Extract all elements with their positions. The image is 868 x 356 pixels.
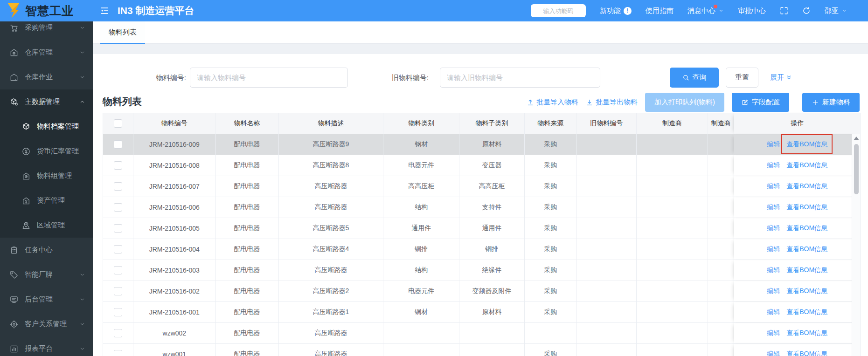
user-guide-menu[interactable]: 使用指南: [646, 7, 674, 15]
new-material-button[interactable]: 新建物料: [802, 93, 860, 112]
old-material-code-input[interactable]: [440, 68, 600, 88]
edit-link[interactable]: 编辑: [767, 224, 780, 233]
bom-annotation-box: 查看BOM信息: [786, 308, 827, 316]
view-bom-link[interactable]: 查看BOM信息: [786, 308, 827, 316]
view-bom-link[interactable]: 查看BOM信息: [786, 224, 827, 233]
row-checkbox[interactable]: [114, 224, 122, 233]
sidebar-item-master-data[interactable]: 主数据管理: [0, 89, 93, 114]
chevron-down-icon: [79, 321, 85, 327]
cell-manufacturer: [637, 323, 708, 343]
material-code-input[interactable]: [190, 68, 348, 88]
sidebar-item-material-group[interactable]: 物料组管理: [0, 164, 93, 188]
row-checkbox[interactable]: [114, 287, 122, 295]
tab-material-list[interactable]: 物料列表: [100, 21, 145, 44]
cell-old-material-code: [577, 302, 637, 322]
cell-material-category: [383, 344, 459, 356]
sidebar-item-report-platform[interactable]: 报表平台: [0, 336, 93, 356]
row-checkbox[interactable]: [114, 266, 122, 274]
cell-material-code: JRM-210516-006: [133, 197, 216, 218]
edit-link[interactable]: 编辑: [767, 350, 780, 356]
sidebar-collapse-icon[interactable]: [100, 6, 109, 15]
reset-button[interactable]: 重置: [726, 68, 758, 88]
sidebar-item-warehouse-ops[interactable]: 仓库作业: [0, 65, 93, 89]
cell-manufacturer: [637, 260, 708, 281]
fullscreen-icon[interactable]: [780, 7, 788, 15]
tag-icon: [9, 270, 19, 280]
cell-old-material-code: [577, 344, 637, 356]
cell-material-source: 采购: [525, 281, 577, 301]
row-checkbox[interactable]: [114, 245, 122, 253]
edit-link[interactable]: 编辑: [767, 161, 780, 170]
edit-link[interactable]: 编辑: [767, 182, 780, 191]
sidebar-item-smart-badge[interactable]: 智能厂牌: [0, 262, 93, 287]
sidebar-item-task-center[interactable]: 任务中心: [0, 238, 93, 262]
row-checkbox[interactable]: [114, 308, 122, 316]
view-bom-link[interactable]: 查看BOM信息: [786, 140, 827, 149]
cell-material-category: 结构: [383, 197, 459, 218]
cell-material-name: 配电电器: [216, 239, 279, 260]
row-checkbox[interactable]: [114, 329, 122, 337]
approval-center-menu[interactable]: 审批中心: [738, 7, 766, 15]
table-row: JRM-210516-006 配电电器 高压断路器 结构 支持件 采购 编辑 查…: [103, 197, 860, 218]
view-bom-link[interactable]: 查看BOM信息: [786, 245, 827, 253]
refresh-icon[interactable]: [802, 7, 811, 15]
scrollbar-thumb[interactable]: [854, 144, 859, 194]
view-bom-link[interactable]: 查看BOM信息: [786, 329, 827, 337]
app-title: IN3 制造运营平台: [118, 4, 194, 17]
chevron-down-icon: [841, 8, 847, 14]
sidebar-item-crm[interactable]: 客户关系管理: [0, 312, 93, 336]
cell-material-code: wzw001: [133, 344, 216, 356]
row-checkbox[interactable]: [114, 140, 122, 149]
row-checkbox[interactable]: [114, 161, 122, 170]
sidebar-item-asset-mgmt[interactable]: 资产管理: [0, 188, 93, 213]
edit-link[interactable]: 编辑: [767, 245, 780, 253]
sidebar-item-purchase[interactable]: 采购管理: [0, 21, 93, 40]
field-config-button[interactable]: 字段配置: [732, 93, 789, 112]
message-center-menu[interactable]: 消息中心: [687, 7, 724, 15]
table-scrollbar[interactable]: [852, 134, 860, 356]
cell-material-name: 配电电器: [216, 323, 279, 343]
edit-link[interactable]: 编辑: [767, 329, 780, 337]
scroll-up-arrow-icon[interactable]: [854, 137, 859, 140]
edit-link[interactable]: 编辑: [767, 308, 780, 316]
row-checkbox[interactable]: [114, 203, 122, 212]
table-row: JRM-210516-001 配电电器 高压断路器1 铜材 原材料 采购 编辑 …: [103, 302, 860, 323]
double-chevron-down-icon: [786, 75, 792, 81]
edit-link[interactable]: 编辑: [767, 266, 780, 274]
view-bom-link[interactable]: 查看BOM信息: [786, 182, 827, 191]
batch-import-link[interactable]: 批量导入物料: [527, 98, 578, 107]
row-checkbox[interactable]: [114, 350, 122, 356]
logo-area: 智慧工业: [0, 3, 93, 19]
expand-link[interactable]: 展开: [770, 68, 792, 88]
cart-icon: [9, 23, 19, 33]
cell-material-name: 配电电器: [216, 155, 279, 176]
view-bom-link[interactable]: 查看BOM信息: [786, 287, 827, 295]
cell-manufacturer-2: [708, 302, 734, 322]
cell-material-category: 通用件: [383, 218, 459, 239]
view-bom-link[interactable]: 查看BOM信息: [786, 203, 827, 212]
view-bom-link[interactable]: 查看BOM信息: [786, 161, 827, 170]
edit-link[interactable]: 编辑: [767, 287, 780, 295]
new-feature-menu[interactable]: 新功能 !: [600, 7, 632, 15]
sidebar-item-warehouse-mgmt[interactable]: 仓库管理: [0, 40, 93, 65]
edit-link[interactable]: 编辑: [767, 203, 780, 212]
table-row: wzw002 配电电器 高压断路器 编辑 查看BOM信息: [103, 323, 860, 344]
print-queue-button[interactable]: 加入打印队列(物料): [645, 93, 724, 112]
cell-material-subcategory: [459, 344, 525, 356]
edit-link[interactable]: 编辑: [767, 140, 780, 149]
row-checkbox[interactable]: [114, 182, 122, 191]
select-all-checkbox[interactable]: [114, 119, 122, 128]
sidebar-item-material-archive[interactable]: 物料档案管理: [0, 114, 93, 139]
sidebar-item-region-mgmt[interactable]: 区域管理: [0, 213, 93, 238]
view-bom-link[interactable]: 查看BOM信息: [786, 350, 827, 356]
table-body: JRM-210516-009 配电电器 高压断路器9 钢材 原材料 采购 编辑 …: [103, 134, 860, 356]
view-bom-link[interactable]: 查看BOM信息: [786, 266, 827, 274]
col-material-code: 物料编号: [133, 113, 216, 134]
batch-export-link[interactable]: 批量导出物料: [586, 98, 638, 107]
cell-material-subcategory: [459, 323, 525, 343]
sidebar-item-currency-rate[interactable]: 货币汇率管理: [0, 139, 93, 164]
user-menu[interactable]: 邵亚: [825, 7, 847, 15]
sidebar-item-backend-mgmt[interactable]: 后台管理: [0, 287, 93, 312]
function-code-input[interactable]: [531, 4, 586, 17]
query-button[interactable]: 查询: [670, 68, 719, 88]
